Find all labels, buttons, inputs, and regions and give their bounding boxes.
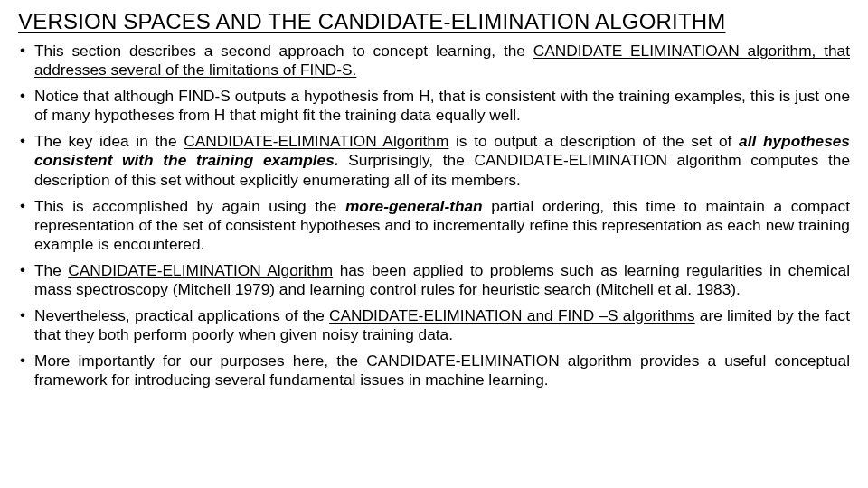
bullet-item: Notice that although FIND-S outputs a hy… <box>18 87 850 125</box>
underlined-text: CANDIDATE-ELIMINATION Algorithm <box>184 132 448 150</box>
bullet-item: This section describes a second approach… <box>18 42 850 80</box>
bold-italic-text: more-general-than <box>345 197 483 215</box>
text-run: Notice that although FIND-S outputs a hy… <box>34 87 850 124</box>
text-run: The <box>34 261 68 279</box>
text-run: This is accomplished by again using the <box>34 197 345 215</box>
bullet-item: More importantly for our purposes here, … <box>18 352 850 389</box>
text-run: Nevertheless, practical applications of … <box>34 306 329 324</box>
bullet-item: Nevertheless, practical applications of … <box>18 306 850 344</box>
text-run: More importantly for our purposes here, … <box>34 352 850 389</box>
slide: VERSION SPACES AND THE CANDIDATE-ELIMINA… <box>0 0 868 488</box>
slide-title: VERSION SPACES AND THE CANDIDATE-ELIMINA… <box>18 9 850 34</box>
text-run: The key idea in the <box>34 132 184 150</box>
bullet-item: The key idea in the CANDIDATE-ELIMINATIO… <box>18 132 850 189</box>
text-run: is to output a description of the set of <box>448 132 739 150</box>
bullet-list: This section describes a second approach… <box>18 42 850 390</box>
bullet-item: The CANDIDATE-ELIMINATION Algorithm has … <box>18 261 850 299</box>
bullet-item: This is accomplished by again using the … <box>18 197 850 254</box>
underlined-text: CANDIDATE-ELIMINATION Algorithm <box>68 261 333 279</box>
text-run: This section describes a second approach… <box>34 42 533 60</box>
underlined-text: CANDIDATE-ELIMINATION and FIND –S algori… <box>329 306 695 324</box>
